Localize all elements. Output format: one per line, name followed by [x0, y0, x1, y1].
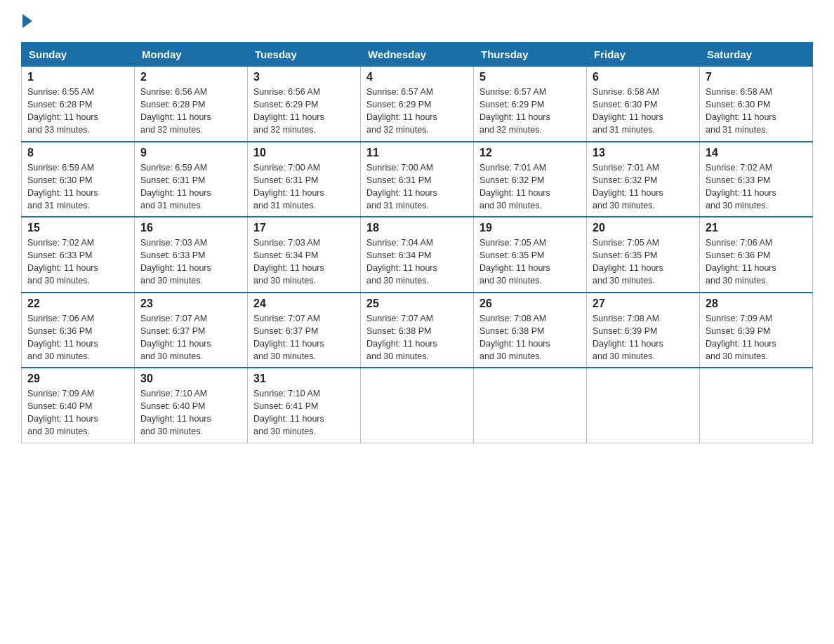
calendar-cell: 10 Sunrise: 7:00 AM Sunset: 6:31 PM Dayl…	[248, 142, 361, 217]
day-number: 10	[253, 147, 355, 159]
day-number: 17	[253, 222, 355, 234]
day-number: 21	[706, 222, 807, 234]
calendar-cell: 3 Sunrise: 6:56 AM Sunset: 6:29 PM Dayli…	[248, 67, 361, 142]
logo-arrow-icon	[22, 14, 32, 28]
day-info: Sunrise: 6:59 AM Sunset: 6:30 PM Dayligh…	[27, 161, 128, 213]
day-number: 25	[366, 297, 468, 310]
day-header-thursday: Thursday	[474, 43, 587, 67]
day-info: Sunrise: 7:07 AM Sunset: 6:38 PM Dayligh…	[366, 312, 468, 363]
day-number: 27	[593, 297, 694, 310]
day-info: Sunrise: 7:00 AM Sunset: 6:31 PM Dayligh…	[366, 161, 468, 213]
day-number: 31	[253, 373, 355, 385]
page-header	[21, 14, 813, 28]
day-number: 14	[706, 147, 807, 159]
day-number: 1	[27, 71, 128, 83]
day-info: Sunrise: 7:02 AM Sunset: 6:33 PM Dayligh…	[27, 236, 128, 288]
calendar-cell	[700, 368, 813, 443]
calendar-cell: 13 Sunrise: 7:01 AM Sunset: 6:32 PM Dayl…	[587, 142, 700, 217]
day-info: Sunrise: 6:56 AM Sunset: 6:28 PM Dayligh…	[140, 86, 241, 137]
day-info: Sunrise: 6:57 AM Sunset: 6:29 PM Dayligh…	[479, 86, 581, 137]
day-info: Sunrise: 7:01 AM Sunset: 6:32 PM Dayligh…	[593, 161, 694, 213]
day-info: Sunrise: 7:09 AM Sunset: 6:40 PM Dayligh…	[27, 387, 128, 438]
calendar-table: SundayMondayTuesdayWednesdayThursdayFrid…	[21, 42, 813, 443]
day-info: Sunrise: 7:02 AM Sunset: 6:33 PM Dayligh…	[706, 161, 807, 213]
calendar-cell: 18 Sunrise: 7:04 AM Sunset: 6:34 PM Dayl…	[361, 217, 474, 293]
calendar-week-3: 15 Sunrise: 7:02 AM Sunset: 6:33 PM Dayl…	[22, 217, 813, 293]
day-number: 3	[253, 71, 355, 83]
day-number: 11	[366, 147, 468, 159]
day-number: 30	[140, 373, 241, 385]
calendar-week-4: 22 Sunrise: 7:06 AM Sunset: 6:36 PM Dayl…	[22, 293, 813, 368]
day-info: Sunrise: 7:07 AM Sunset: 6:37 PM Dayligh…	[140, 312, 241, 363]
calendar-week-2: 8 Sunrise: 6:59 AM Sunset: 6:30 PM Dayli…	[22, 142, 813, 217]
day-number: 2	[140, 71, 241, 83]
day-info: Sunrise: 7:05 AM Sunset: 6:35 PM Dayligh…	[593, 236, 694, 288]
calendar-cell: 2 Sunrise: 6:56 AM Sunset: 6:28 PM Dayli…	[135, 67, 248, 142]
day-number: 22	[27, 297, 128, 310]
day-info: Sunrise: 6:59 AM Sunset: 6:31 PM Dayligh…	[140, 161, 241, 213]
calendar-cell: 30 Sunrise: 7:10 AM Sunset: 6:40 PM Dayl…	[135, 368, 248, 443]
calendar-cell: 9 Sunrise: 6:59 AM Sunset: 6:31 PM Dayli…	[135, 142, 248, 217]
logo	[21, 14, 34, 28]
calendar-cell: 16 Sunrise: 7:03 AM Sunset: 6:33 PM Dayl…	[135, 217, 248, 293]
day-number: 23	[140, 297, 241, 310]
day-info: Sunrise: 7:03 AM Sunset: 6:34 PM Dayligh…	[253, 236, 355, 288]
calendar-cell: 7 Sunrise: 6:58 AM Sunset: 6:30 PM Dayli…	[700, 67, 813, 142]
day-info: Sunrise: 7:00 AM Sunset: 6:31 PM Dayligh…	[253, 161, 355, 213]
day-header-sunday: Sunday	[22, 43, 135, 67]
day-number: 6	[593, 71, 694, 83]
calendar-cell: 31 Sunrise: 7:10 AM Sunset: 6:41 PM Dayl…	[248, 368, 361, 443]
day-info: Sunrise: 7:10 AM Sunset: 6:40 PM Dayligh…	[140, 387, 241, 438]
calendar-cell: 26 Sunrise: 7:08 AM Sunset: 6:38 PM Dayl…	[474, 293, 587, 368]
calendar-cell: 15 Sunrise: 7:02 AM Sunset: 6:33 PM Dayl…	[22, 217, 135, 293]
day-number: 26	[479, 297, 581, 310]
day-number: 24	[253, 297, 355, 310]
calendar-cell: 11 Sunrise: 7:00 AM Sunset: 6:31 PM Dayl…	[361, 142, 474, 217]
day-info: Sunrise: 7:07 AM Sunset: 6:37 PM Dayligh…	[253, 312, 355, 363]
day-number: 8	[27, 147, 128, 159]
calendar-cell: 20 Sunrise: 7:05 AM Sunset: 6:35 PM Dayl…	[587, 217, 700, 293]
day-info: Sunrise: 7:03 AM Sunset: 6:33 PM Dayligh…	[140, 236, 241, 288]
day-header-saturday: Saturday	[700, 43, 813, 67]
day-info: Sunrise: 7:09 AM Sunset: 6:39 PM Dayligh…	[706, 312, 807, 363]
day-info: Sunrise: 7:06 AM Sunset: 6:36 PM Dayligh…	[706, 236, 807, 288]
day-number: 4	[366, 71, 468, 83]
day-info: Sunrise: 7:08 AM Sunset: 6:39 PM Dayligh…	[593, 312, 694, 363]
calendar-cell: 25 Sunrise: 7:07 AM Sunset: 6:38 PM Dayl…	[361, 293, 474, 368]
calendar-cell	[474, 368, 587, 443]
calendar-cell	[361, 368, 474, 443]
calendar-cell: 12 Sunrise: 7:01 AM Sunset: 6:32 PM Dayl…	[474, 142, 587, 217]
calendar-cell: 24 Sunrise: 7:07 AM Sunset: 6:37 PM Dayl…	[248, 293, 361, 368]
day-header-tuesday: Tuesday	[248, 43, 361, 67]
day-header-monday: Monday	[135, 43, 248, 67]
day-number: 28	[706, 297, 807, 310]
day-number: 5	[479, 71, 581, 83]
day-info: Sunrise: 7:08 AM Sunset: 6:38 PM Dayligh…	[479, 312, 581, 363]
day-number: 20	[593, 222, 694, 234]
day-number: 7	[706, 71, 807, 83]
calendar-cell: 19 Sunrise: 7:05 AM Sunset: 6:35 PM Dayl…	[474, 217, 587, 293]
calendar-cell: 23 Sunrise: 7:07 AM Sunset: 6:37 PM Dayl…	[135, 293, 248, 368]
day-number: 18	[366, 222, 468, 234]
calendar-week-5: 29 Sunrise: 7:09 AM Sunset: 6:40 PM Dayl…	[22, 368, 813, 443]
calendar-cell: 28 Sunrise: 7:09 AM Sunset: 6:39 PM Dayl…	[700, 293, 813, 368]
day-number: 16	[140, 222, 241, 234]
day-number: 15	[27, 222, 128, 234]
calendar-cell: 22 Sunrise: 7:06 AM Sunset: 6:36 PM Dayl…	[22, 293, 135, 368]
day-info: Sunrise: 7:05 AM Sunset: 6:35 PM Dayligh…	[479, 236, 581, 288]
calendar-cell: 5 Sunrise: 6:57 AM Sunset: 6:29 PM Dayli…	[474, 67, 587, 142]
day-number: 29	[27, 373, 128, 385]
calendar-cell: 17 Sunrise: 7:03 AM Sunset: 6:34 PM Dayl…	[248, 217, 361, 293]
day-info: Sunrise: 7:01 AM Sunset: 6:32 PM Dayligh…	[479, 161, 581, 213]
day-info: Sunrise: 6:58 AM Sunset: 6:30 PM Dayligh…	[593, 86, 694, 137]
day-number: 19	[479, 222, 581, 234]
day-header-friday: Friday	[587, 43, 700, 67]
calendar-cell: 14 Sunrise: 7:02 AM Sunset: 6:33 PM Dayl…	[700, 142, 813, 217]
calendar-cell: 8 Sunrise: 6:59 AM Sunset: 6:30 PM Dayli…	[22, 142, 135, 217]
calendar-cell: 21 Sunrise: 7:06 AM Sunset: 6:36 PM Dayl…	[700, 217, 813, 293]
day-number: 13	[593, 147, 694, 159]
day-header-wednesday: Wednesday	[361, 43, 474, 67]
calendar-cell: 27 Sunrise: 7:08 AM Sunset: 6:39 PM Dayl…	[587, 293, 700, 368]
calendar-cell: 6 Sunrise: 6:58 AM Sunset: 6:30 PM Dayli…	[587, 67, 700, 142]
calendar-cell: 29 Sunrise: 7:09 AM Sunset: 6:40 PM Dayl…	[22, 368, 135, 443]
